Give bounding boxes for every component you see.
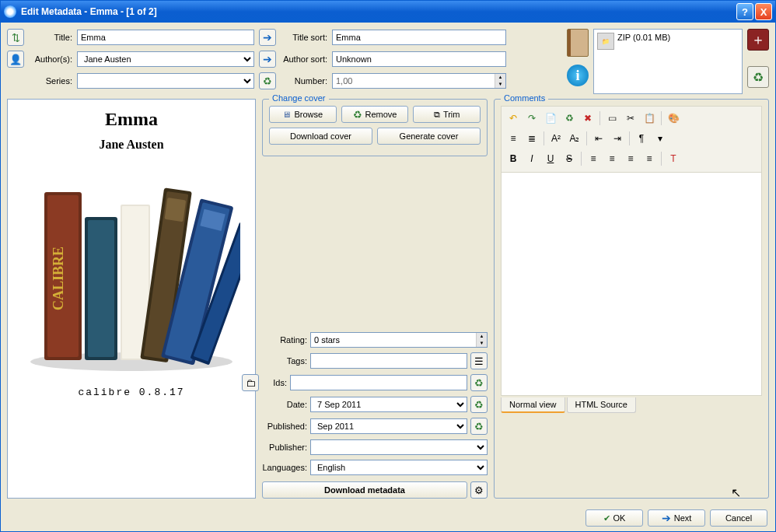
align-right-icon[interactable]: ≡ (622, 150, 639, 167)
align-left-icon[interactable]: ≡ (585, 150, 602, 167)
book-icon-button[interactable] (567, 29, 589, 57)
remove-cover-button[interactable]: ♻Remove (341, 106, 409, 123)
swap-title-icon[interactable]: ⇅ (7, 29, 24, 46)
delete-icon[interactable]: ✖ (579, 110, 596, 127)
indent-left-icon[interactable]: ⇤ (590, 130, 607, 147)
generate-cover-button[interactable]: Generate cover (377, 128, 481, 145)
sup-icon[interactable]: A² (547, 130, 565, 147)
select-all-icon[interactable]: ▭ (603, 110, 620, 127)
remove-format-button[interactable]: ♻ (747, 66, 769, 88)
list-ul-icon[interactable]: ≡ (505, 130, 522, 147)
series-select[interactable] (77, 73, 254, 89)
trim-icon: ⧉ (434, 110, 440, 120)
redo-icon[interactable]: ↷ (523, 110, 540, 127)
rating-label: Rating: (262, 335, 307, 345)
meta-fields: Rating: ▲▼ Tags: ☰ 🗀 Ids: (262, 163, 488, 475)
color-icon[interactable]: 🎨 (665, 110, 682, 127)
date-select[interactable]: 7 Sep 2011 (310, 397, 467, 412)
series-row: Series: ♻ Number: ▲▼ (7, 72, 562, 89)
author-sort-input[interactable] (332, 51, 506, 67)
ids-icon-button[interactable]: 🗀 (242, 374, 259, 391)
add-format-button[interactable]: ＋ (747, 29, 769, 51)
tab-normal-view[interactable]: Normal view (501, 397, 565, 413)
clear-series-button[interactable]: ♻ (259, 72, 276, 89)
bold-icon[interactable]: B (505, 150, 522, 167)
cut-icon[interactable]: ✂ (622, 110, 639, 127)
rating-spinner[interactable]: ▲▼ (476, 333, 487, 347)
next-button[interactable]: ➔Next (648, 509, 705, 527)
publisher-select[interactable] (310, 439, 488, 455)
number-input[interactable] (332, 73, 506, 89)
cover-title: Emma (105, 109, 158, 130)
browse-button[interactable]: 🖥Browse (269, 106, 337, 123)
ok-button[interactable]: ✔OK (585, 509, 643, 527)
align-justify-icon[interactable]: ≡ (641, 150, 658, 167)
sub-icon[interactable]: A₂ (566, 130, 583, 147)
comments-editor[interactable] (501, 172, 762, 396)
date-label: Date: (262, 400, 307, 409)
published-select[interactable]: Sep 2011 (310, 418, 467, 434)
help-button[interactable]: ? (736, 3, 753, 20)
font-color-icon[interactable]: T (665, 150, 682, 167)
top-row: ⇅ Title: ➔ Title sort: 👤 Author(s): Jane… (7, 29, 769, 94)
rating-input[interactable] (310, 332, 488, 348)
title-sort-input[interactable] (332, 30, 506, 45)
tab-html-source[interactable]: HTML Source (567, 397, 636, 413)
trim-button[interactable]: ⧉Trim (413, 106, 481, 123)
author-icon[interactable]: 👤 (7, 51, 24, 68)
title-row: ⇅ Title: ➔ Title sort: (7, 29, 562, 46)
close-button[interactable]: X (755, 3, 772, 20)
align-center-icon[interactable]: ≡ (603, 150, 620, 167)
chevron-down-icon[interactable]: ▾ (652, 130, 669, 147)
titlebar: Edit Metadata - Emma - [1 of 2] ? X (1, 1, 775, 23)
svg-text:CALIBRE: CALIBRE (51, 247, 66, 310)
title-to-sort-button[interactable]: ➔ (259, 29, 276, 46)
check-icon: ✔ (603, 513, 610, 523)
cancel-button[interactable]: Cancel (710, 509, 767, 527)
recycle-icon: ♻ (353, 109, 362, 121)
copy-icon[interactable]: 📄 (542, 110, 559, 127)
ids-input[interactable] (290, 375, 467, 390)
clear-published-button[interactable]: ♻ (470, 418, 488, 435)
clear-date-button[interactable]: ♻ (470, 396, 488, 413)
formats-list[interactable]: 📁 ZIP (0.01 MB) (593, 29, 743, 94)
folder-icon: 🖥 (282, 110, 291, 119)
info-icon-button[interactable]: i (567, 65, 589, 86)
underline-icon[interactable]: U (542, 150, 559, 167)
block-icon[interactable]: ¶ (633, 130, 650, 147)
authors-label: Author(s): (29, 54, 72, 64)
format-label: ZIP (0.01 MB) (617, 33, 670, 42)
tags-input[interactable] (310, 353, 467, 369)
zip-icon: 📁 (597, 33, 614, 50)
download-metadata-button[interactable]: Download metadata (262, 481, 467, 499)
cover-books-art: CALIBRE (23, 163, 240, 380)
clear-ids-button[interactable]: ♻ (470, 374, 488, 391)
undo-icon[interactable]: ↶ (505, 110, 522, 127)
series-label: Series: (29, 76, 72, 86)
indent-right-icon[interactable]: ⇥ (609, 130, 626, 147)
title-input[interactable] (77, 30, 254, 45)
tags-editor-button[interactable]: ☰ (470, 352, 488, 369)
app-icon (4, 5, 16, 18)
download-cover-button[interactable]: Download cover (269, 128, 372, 145)
recycle-icon[interactable]: ♻ (561, 110, 578, 127)
strike-icon[interactable]: S (561, 150, 578, 167)
list-ol-icon[interactable]: ≣ (523, 130, 540, 147)
mid-center-column: Change cover 🖥Browse ♻Remove ⧉Trim Downl… (262, 99, 488, 499)
top-right-panel: i 📁 ZIP (0.01 MB) ＋ ♻ (567, 29, 769, 94)
change-cover-legend: Change cover (269, 93, 329, 103)
cover-panel[interactable]: Emma Jane Austen CALIBRE (7, 99, 256, 499)
paste-icon[interactable]: 📋 (641, 110, 658, 127)
ids-label: Ids: (262, 378, 287, 387)
number-spinner[interactable]: ▲▼ (495, 74, 505, 88)
cover-author: Jane Austen (99, 138, 163, 152)
configure-download-button[interactable]: ⚙ (470, 481, 488, 499)
svg-rect-5 (88, 220, 114, 357)
italic-icon[interactable]: I (523, 150, 540, 167)
authors-select[interactable]: Jane Austen (77, 51, 254, 67)
languages-select[interactable]: English (310, 460, 488, 475)
number-label: Number: (281, 76, 327, 86)
window-title: Edit Metadata - Emma - [1 of 2] (21, 6, 735, 17)
languages-label: Languages: (262, 463, 307, 472)
author-to-sort-button[interactable]: ➔ (259, 51, 276, 68)
